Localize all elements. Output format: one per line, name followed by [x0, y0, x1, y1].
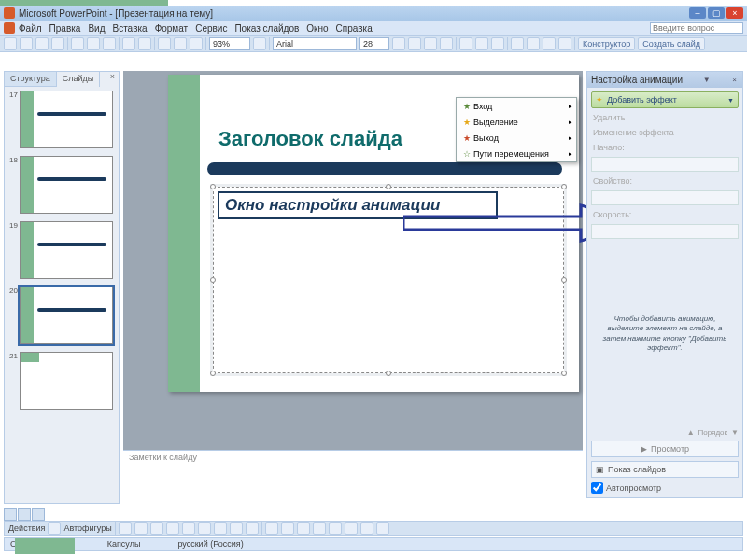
font-color-button[interactable]	[558, 37, 571, 50]
slide-thumbnail[interactable]	[20, 221, 113, 279]
autoshapes-menu[interactable]: Автофигуры	[63, 524, 111, 533]
underline-button[interactable]	[424, 37, 437, 50]
window-titlebar: Microsoft PowerPoint - [Презентация на т…	[0, 6, 747, 21]
open-button[interactable]	[20, 37, 33, 50]
wordart-tool[interactable]	[198, 522, 211, 535]
print-button[interactable]	[51, 37, 64, 50]
window-close-button[interactable]: ×	[726, 7, 743, 19]
paste-button[interactable]	[103, 37, 116, 50]
arrow-tool[interactable]	[134, 522, 148, 535]
shadow-button[interactable]	[440, 37, 453, 50]
tab-outline[interactable]: Структура	[5, 72, 57, 87]
slide-title[interactable]: Заголовок слайда	[218, 127, 402, 151]
start-field	[591, 157, 739, 172]
oval-tool[interactable]	[166, 522, 179, 535]
menu-format[interactable]: Формат	[155, 23, 189, 34]
autopreview-checkbox[interactable]: Автопросмотр	[591, 482, 739, 494]
menu-edit[interactable]: Правка	[49, 23, 81, 34]
line-style-tool[interactable]	[313, 522, 326, 535]
window-minimize-button[interactable]: –	[689, 7, 706, 19]
textbox-tool[interactable]	[182, 522, 195, 535]
window-maximize-button[interactable]: ▢	[708, 7, 725, 19]
view-mode-bar	[4, 508, 60, 521]
normal-view-button[interactable]	[4, 508, 17, 521]
menu-file[interactable]: Файл	[19, 23, 42, 34]
undo-button[interactable]	[122, 37, 135, 50]
help-button[interactable]	[253, 37, 266, 50]
chart-button[interactable]	[174, 37, 187, 50]
fill-color-tool[interactable]	[265, 522, 278, 535]
bullets-button[interactable]	[511, 37, 524, 50]
help-question-input[interactable]	[650, 22, 743, 34]
shadow-style-tool[interactable]	[360, 522, 374, 535]
effect-entrance-item[interactable]: ★Вход▸	[457, 98, 576, 114]
align-center-button[interactable]	[475, 37, 488, 50]
slides-panel: Структура Слайды × 17 18 19 20 21	[4, 71, 120, 504]
designer-button[interactable]: Конструктор	[578, 37, 635, 50]
menu-window[interactable]: Окно	[306, 23, 328, 34]
effect-motion-item[interactable]: ☆Пути перемещения▸	[457, 146, 576, 161]
slide-thumbnail[interactable]	[20, 287, 113, 344]
slide-accent-strip	[168, 75, 200, 392]
thumb-number: 18	[7, 156, 20, 214]
menu-slideshow[interactable]: Показ слайдов	[234, 23, 299, 34]
add-effect-button[interactable]: ✦Добавить эффект▼	[591, 91, 739, 108]
tab-slides[interactable]: Слайды	[57, 72, 101, 87]
menu-help[interactable]: Справка	[336, 23, 373, 34]
hyperlink-button[interactable]	[190, 37, 203, 50]
italic-button[interactable]	[408, 37, 421, 50]
line-color-tool[interactable]	[281, 522, 294, 535]
menu-insert[interactable]: Вставка	[112, 23, 147, 34]
increase-font-button[interactable]	[527, 37, 540, 50]
align-right-button[interactable]	[491, 37, 504, 50]
task-pane-close-icon[interactable]: ×	[730, 76, 739, 84]
slide-thumbnail[interactable]	[20, 352, 113, 410]
copy-button[interactable]	[87, 37, 100, 50]
notes-pane[interactable]: Заметки к слайду	[123, 450, 583, 472]
play-button[interactable]: ▶ Просмотр	[591, 441, 739, 457]
slideshow-view-button[interactable]	[32, 508, 45, 521]
zoom-combo[interactable]: 93%	[209, 37, 250, 50]
speed-field	[591, 224, 739, 239]
bold-button[interactable]	[392, 37, 405, 50]
effect-emphasis-item[interactable]: ★Выделение▸	[457, 114, 576, 130]
decrease-font-button[interactable]	[543, 37, 556, 50]
rectangle-tool[interactable]	[150, 522, 163, 535]
slideshow-button[interactable]: ▣Показ слайдов	[591, 461, 739, 478]
cut-button[interactable]	[71, 37, 84, 50]
actions-menu[interactable]: Действия	[8, 524, 45, 533]
close-panel-button[interactable]: ×	[106, 72, 119, 87]
redo-button[interactable]	[138, 37, 151, 50]
save-button[interactable]	[35, 37, 49, 50]
font-combo[interactable]: Arial	[273, 37, 357, 50]
align-left-button[interactable]	[459, 37, 472, 50]
3d-style-tool[interactable]	[376, 522, 389, 535]
clipart-tool[interactable]	[230, 522, 243, 535]
task-pane-header[interactable]: Настройка анимации ▼ ×	[587, 72, 742, 88]
new-slide-button[interactable]: Создать слайд	[638, 37, 705, 50]
arrow-style-tool[interactable]	[345, 522, 358, 535]
new-button[interactable]	[4, 37, 17, 50]
select-tool[interactable]	[48, 522, 61, 535]
menu-view[interactable]: Вид	[88, 23, 105, 34]
table-button[interactable]	[158, 37, 171, 50]
slide-thumbnail[interactable]	[20, 91, 113, 148]
line-tool[interactable]	[119, 522, 132, 535]
slide-divider-shape[interactable]	[207, 162, 562, 175]
star-icon: ✦	[596, 95, 603, 105]
font-color-tool[interactable]	[297, 522, 310, 535]
font-size-combo[interactable]: 28	[359, 37, 389, 50]
drawing-toolbar: Действия Автофигуры	[4, 521, 743, 536]
slide-thumbnail[interactable]	[20, 156, 113, 214]
diagram-tool[interactable]	[214, 522, 227, 535]
sorter-view-button[interactable]	[18, 508, 31, 521]
effect-exit-item[interactable]: ★Выход▸	[457, 130, 576, 146]
menu-tools[interactable]: Сервис	[195, 23, 227, 34]
add-effect-menu: ★Вход▸ ★Выделение▸ ★Выход▸ ☆Пути перемещ…	[456, 97, 577, 162]
body-text: Окно настройки анимации	[225, 196, 440, 215]
dash-style-tool[interactable]	[329, 522, 342, 535]
slide-body-placeholder[interactable]: Окно настройки анимации	[213, 187, 564, 373]
body-text-frame[interactable]: Окно настройки анимации	[218, 191, 498, 219]
task-pane-dropdown-icon[interactable]: ▼	[701, 76, 712, 84]
picture-tool[interactable]	[246, 522, 259, 535]
